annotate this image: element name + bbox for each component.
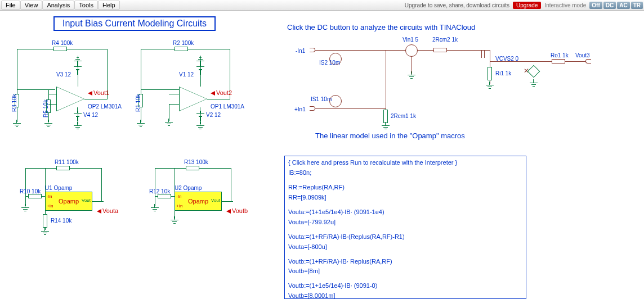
resistor-r13[interactable]	[186, 166, 199, 170]
schematic-canvas[interactable]: Input Bias Current Modeling Circuits Cli…	[0, 11, 644, 299]
interpreter-box[interactable]: { Click here and press Run to recalculat…	[284, 156, 526, 299]
vcvs-diamond[interactable]	[527, 65, 540, 78]
label-u2: U2 Opamp	[175, 185, 202, 191]
label-r14: R14 10k	[51, 218, 71, 224]
port-vout3[interactable]	[585, 59, 591, 64]
menu-view[interactable]: View	[20, 1, 43, 10]
probe-vouta[interactable]: Vouta	[97, 207, 118, 214]
resistor-r2[interactable]	[175, 47, 188, 51]
ground-icon	[165, 122, 173, 128]
ground-icon	[196, 125, 204, 131]
label-op2: OP2 LM301A	[88, 103, 122, 110]
pin-minus-in: -In	[176, 194, 181, 199]
label-in-pos: +In1	[294, 106, 306, 112]
probe-vout1[interactable]: Vout1	[88, 89, 109, 96]
resistor-r12[interactable]	[158, 194, 171, 198]
label-2rcm1: 2Rcm1 1k	[391, 113, 416, 119]
port-in-pos[interactable]	[310, 106, 315, 111]
interp-line: Voutb=[8.0001m]	[288, 292, 522, 299]
menu-help[interactable]: Help	[98, 1, 120, 10]
vsource-v4[interactable]	[74, 111, 82, 121]
upgrade-button[interactable]: Upgrade	[513, 2, 541, 9]
label-v2: V2 12	[206, 112, 221, 118]
pin-vout: Vout	[211, 198, 220, 203]
mode-tr-button[interactable]: TR	[631, 2, 643, 9]
ground-icon	[44, 123, 52, 129]
label-op1: OP1 LM301A	[211, 103, 244, 110]
interp-line: Vouta:=(1+1e5/1e4)·IB· (9091-1e4)	[288, 208, 522, 217]
ground-icon	[151, 207, 159, 213]
vsource-v2[interactable]	[196, 111, 204, 121]
label-v1: V1 12	[179, 71, 194, 78]
label-r11: R11 100k	[55, 159, 79, 165]
port-in-neg[interactable]	[310, 48, 315, 52]
label-2rcm2: 2Rcm2 1k	[432, 37, 458, 43]
probe-voutb[interactable]: Voutb	[226, 207, 248, 214]
macro-u1-opamp[interactable]: -In +In Opamp Vout	[45, 192, 92, 211]
subtitle-dc: Click the DC button to analyze the circu…	[287, 23, 475, 31]
label-u1: U1 Opamp	[45, 185, 72, 191]
menu-bar: File View Analysis Tools Help Upgrade to…	[0, 0, 644, 11]
resistor-ro1[interactable]	[552, 59, 565, 64]
interp-line: IB:=80n;	[288, 169, 522, 178]
ground-icon	[137, 123, 145, 129]
opamp-op2[interactable]	[56, 87, 84, 111]
resistor-r11[interactable]	[56, 166, 70, 170]
macro-label: Opamp	[188, 198, 208, 205]
ground-icon	[530, 83, 538, 88]
menu-file[interactable]: File	[1, 1, 20, 10]
interp-line: RR:=Replus(RA,RF)	[288, 183, 522, 192]
label-v4: V4 12	[83, 112, 98, 118]
vsource-v1[interactable]	[196, 64, 204, 74]
resistor-2rcm2[interactable]	[433, 48, 447, 52]
ground-icon	[21, 207, 29, 213]
label-is1: IS1 10m	[311, 96, 332, 102]
resistor-r14[interactable]	[43, 214, 47, 228]
probe-vout2[interactable]: Vout2	[211, 89, 232, 96]
title-box: Input Bias Current Modeling Circuits	[53, 16, 216, 31]
label-in-neg: -In1	[296, 48, 305, 54]
label-is2: IS2 10m	[319, 60, 340, 66]
mode-dc-button[interactable]: DC	[603, 2, 616, 9]
interp-line: RR=[9.0909k]	[288, 193, 522, 202]
label-r10: R10 10k	[20, 188, 41, 194]
resistor-ri1[interactable]	[488, 67, 492, 80]
pin-minus-in: -In	[47, 194, 52, 199]
ground-icon	[196, 56, 204, 61]
label-ri1: Ri1 1k	[495, 70, 511, 76]
label-v3: V3 12	[56, 71, 71, 78]
ground-icon	[486, 85, 494, 90]
label-r4: R4 100k	[52, 40, 73, 46]
ground-icon	[382, 125, 390, 131]
ground-icon	[74, 125, 82, 131]
label-r2: R2 100k	[173, 40, 194, 46]
ground-icon	[41, 231, 49, 237]
resistor-2rcm1[interactable]	[383, 110, 388, 123]
interp-line: Voutb=[8m]	[288, 267, 522, 276]
resistor-r4[interactable]	[53, 47, 67, 51]
subtitle-linear-model: The linear model used in the "Opamp" mac…	[315, 132, 465, 140]
mode-off-button[interactable]: Off	[589, 2, 602, 9]
interp-line: Voutb:=(1+1e5/1e4)·IB· (9091-0)	[288, 282, 522, 291]
label-ro1: Ro1 1k	[551, 52, 569, 58]
macro-u2-opamp[interactable]: -In +In Opamp Vout	[175, 192, 222, 211]
vsource-v3[interactable]	[74, 64, 82, 74]
label-r3: R3 10k	[11, 94, 17, 112]
menu-tools[interactable]: Tools	[74, 1, 98, 10]
menu-analysis[interactable]: Analysis	[42, 1, 74, 10]
label-r13: R13 100k	[184, 159, 208, 165]
label-vout3: Vout3	[575, 52, 590, 58]
pin-plus-in: +In	[47, 203, 53, 209]
mode-ac-button[interactable]: AC	[617, 2, 629, 9]
vsource-vin1[interactable]	[405, 44, 418, 57]
ground-icon	[74, 56, 82, 61]
opamp-op1[interactable]	[179, 87, 207, 111]
label-r1: R1 10k	[135, 94, 141, 112]
upgrade-message: Upgrade to save, share, download circuit…	[405, 2, 509, 8]
interp-line: Voutb:=(1+RF/RA)·IB· Replus(RA,RF)	[288, 257, 522, 266]
pin-plus-in: +In	[176, 203, 182, 209]
interp-line: Vouta=[-799.92u]	[288, 218, 522, 227]
resistor-r10[interactable]	[28, 194, 42, 198]
interp-line: Vouta=[-800u]	[288, 243, 522, 252]
interactive-mode-label: Interactive mode	[544, 2, 586, 8]
